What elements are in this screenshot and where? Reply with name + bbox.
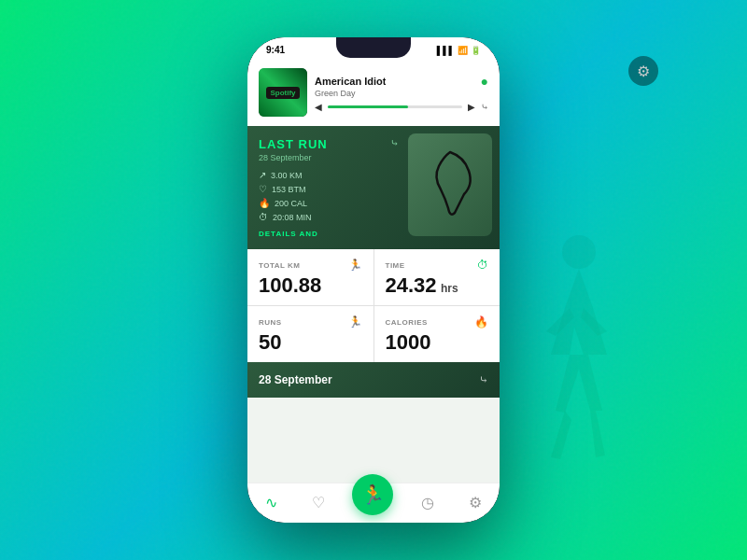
phone-notch <box>336 37 411 58</box>
music-card: Spotify American Idiot ● Green Day ◀ ▶ <box>247 59 500 126</box>
stat-km-header: TOTAL KM 🏃 <box>259 259 362 272</box>
stat-total-km: TOTAL KM 🏃 100.88 <box>247 249 374 305</box>
music-info: American Idiot ● Green Day ◀ ▶ ⤷ <box>315 74 488 112</box>
phone-frame: 9:41 ▌▌▌ 📶 🔋 Spotify American Idiot ● <box>247 37 500 523</box>
prev-button[interactable]: ◀ <box>315 102 322 112</box>
timer-nav-icon: ◷ <box>421 494 434 511</box>
status-time: 9:41 <box>266 45 285 55</box>
time-value: 20:08 MIN <box>273 213 312 222</box>
stat-km-icon: 🏃 <box>348 259 362 272</box>
stat-runs-label: RUNS <box>259 318 282 327</box>
stat-time-header: TIME ⏱ <box>386 259 489 272</box>
activity-icon: ∿ <box>265 494 277 511</box>
cal-value: 200 CAL <box>275 199 307 208</box>
settings-nav-icon: ⚙ <box>469 494 482 511</box>
heart-stat-icon: ♡ <box>259 184 267 194</box>
stat-distance: ↗ 3.00 KM <box>259 170 385 180</box>
stat-runs-header: RUNS 🏃 <box>259 315 362 329</box>
stat-time: ⏱ 20:08 MIN <box>259 212 385 222</box>
time-icon: ⏱ <box>259 212 268 222</box>
map-overlay <box>408 133 492 236</box>
nav-activity[interactable]: ∿ <box>258 490 285 515</box>
stat-km-label: TOTAL KM <box>259 261 300 270</box>
stat-time-value-wrap: 24.32 hrs <box>386 275 489 296</box>
stat-km-value: 100.88 <box>259 275 362 296</box>
progress-fill <box>328 105 408 108</box>
stat-runs-value-wrap: 50 <box>259 332 362 353</box>
stat-time-total: TIME ⏱ 24.32 hrs <box>374 249 500 305</box>
scroll-content[interactable]: Spotify American Idiot ● Green Day ◀ ▶ <box>247 59 500 483</box>
stat-runs-icon: 🏃 <box>348 315 362 329</box>
history-date: 28 September <box>259 373 332 386</box>
share-music-icon[interactable]: ⤷ <box>481 102 488 112</box>
progress-bar <box>328 105 462 108</box>
phone-screen: 9:41 ▌▌▌ 📶 🔋 Spotify American Idiot ● <box>247 37 500 523</box>
next-button[interactable]: ▶ <box>468 102 475 112</box>
nav-run-center[interactable]: 🏃 <box>352 474 393 515</box>
nav-timer[interactable]: ◷ <box>414 490 442 515</box>
nav-settings[interactable]: ⚙ <box>461 490 489 515</box>
last-run-card: ⤷ LAST RUN 28 September ↗ 3.00 KM ♡ 153 … <box>247 126 500 249</box>
stat-time-icon: ⏱ <box>477 259 488 272</box>
history-share-icon[interactable]: ⤷ <box>479 373 488 386</box>
status-icons: ▌▌▌ 📶 🔋 <box>437 46 481 55</box>
gear-corner-button[interactable]: ⚙ <box>628 56 658 86</box>
stat-cal-header: CALORIES 🔥 <box>386 315 489 329</box>
stat-runs: RUNS 🏃 50 <box>247 306 374 362</box>
nav-heart[interactable]: ♡ <box>304 490 332 515</box>
bg-runner-silhouette <box>486 224 672 485</box>
battery-icon: 🔋 <box>471 46 481 55</box>
bottom-nav: ∿ ♡ 🏃 ◷ ⚙ <box>247 483 500 523</box>
history-strip[interactable]: 28 September ⤷ <box>247 362 500 398</box>
map-route <box>408 133 492 236</box>
stat-heart: ♡ 153 BTM <box>259 184 385 194</box>
route-svg <box>413 138 487 231</box>
music-title: American Idiot <box>315 76 386 87</box>
distance-value: 3.00 KM <box>271 171 303 180</box>
cal-icon: 🔥 <box>259 198 270 208</box>
svg-point-0 <box>562 235 596 269</box>
stat-time-label: TIME <box>386 261 405 270</box>
album-art: Spotify <box>259 68 307 117</box>
gear-corner-icon: ⚙ <box>637 63 650 80</box>
share-lastrun-icon[interactable]: ⤷ <box>390 137 399 149</box>
stat-cal-label: CALORIES <box>386 318 428 327</box>
stat-cal-icon2: 🔥 <box>474 315 488 329</box>
run-stats: ↗ 3.00 KM ♡ 153 BTM 🔥 200 CAL ⏱ 20:08 MI… <box>259 170 385 222</box>
run-center-icon: 🏃 <box>361 483 385 506</box>
heart-nav-icon: ♡ <box>312 494 325 511</box>
signal-icon: ▌▌▌ <box>437 46 455 55</box>
wifi-icon: 📶 <box>458 46 468 55</box>
heart-value: 153 BTM <box>272 185 306 194</box>
stat-cal: 🔥 200 CAL <box>259 198 385 208</box>
music-artist: Green Day <box>315 89 488 98</box>
stat-calories: CALORIES 🔥 1000 <box>374 306 500 362</box>
spotify-logo: Spotify <box>266 87 299 99</box>
stat-cal-value-wrap: 1000 <box>386 332 489 353</box>
distance-icon: ↗ <box>259 170 266 180</box>
music-controls: ◀ ▶ ⤷ <box>315 102 488 112</box>
stats-grid: TOTAL KM 🏃 100.88 TIME ⏱ 24.32 hr <box>247 249 500 362</box>
spotify-green-icon: ● <box>481 74 488 89</box>
